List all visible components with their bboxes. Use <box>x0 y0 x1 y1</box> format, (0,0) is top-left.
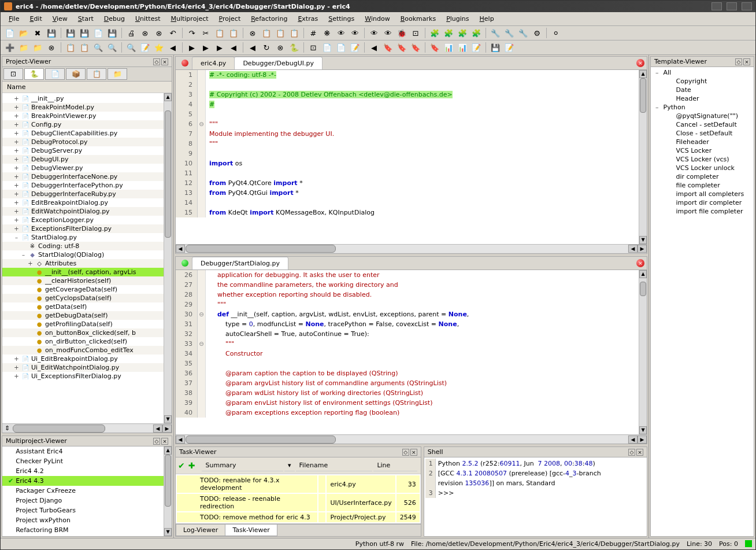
panel-menu-icon[interactable]: ◇ <box>402 449 409 456</box>
toolbar-button[interactable]: ↷ <box>186 27 198 39</box>
toolbar-button[interactable]: 📋 <box>275 27 286 39</box>
template-item[interactable]: @pyqtSignature("") <box>652 112 753 120</box>
project-tree-hscroll[interactable]: ⇕ ◀▶ <box>2 423 172 433</box>
toolbar-button[interactable]: ⊗ <box>46 42 57 53</box>
toolbar-button[interactable]: ▶ <box>214 42 225 53</box>
template-item[interactable]: Cancel - setDefault <box>652 120 753 129</box>
toolbar-button[interactable]: ⚪ <box>550 27 562 39</box>
template-item[interactable]: import file completer <box>652 207 753 216</box>
multiproject-item[interactable]: ✔Packager CxFreeze <box>2 486 164 496</box>
toolbar-button[interactable]: 🔧 <box>490 27 501 39</box>
toolbar-button[interactable]: 👁 <box>382 27 394 39</box>
minimize-button[interactable] <box>711 2 722 10</box>
maximize-button[interactable] <box>727 2 737 10</box>
toolbar-button[interactable]: ✖ <box>32 27 43 39</box>
tree-item[interactable]: +📄BreakPointViewer.py <box>2 112 164 120</box>
toolbar-button[interactable]: ⭐ <box>153 42 165 53</box>
template-item[interactable]: file completer <box>652 181 753 190</box>
toolbar-button[interactable]: ⊗ <box>153 27 165 39</box>
tree-item[interactable]: +📄EditWatchpointDialog.py <box>2 207 164 216</box>
tree-item[interactable]: +📄DebuggerInterfaceRuby.py <box>2 190 164 198</box>
toolbar-button[interactable]: ▶ <box>186 42 198 53</box>
project-tree[interactable]: +📄__init__.py+📄BreakPointModel.py+📄Break… <box>2 93 164 423</box>
editor-tab[interactable]: eric4.py <box>192 57 235 69</box>
toolbar-button[interactable]: ◀ <box>247 42 258 53</box>
tree-item[interactable]: +📄Ui_EditBreakpointDialog.py <box>2 355 164 363</box>
col-filename[interactable]: Filename <box>296 460 373 471</box>
template-item[interactable]: – Python <box>652 103 753 112</box>
toolbar-button[interactable]: 📝 <box>139 42 151 53</box>
toolbar-button[interactable]: 🔖 <box>382 42 394 53</box>
toolbar-button[interactable]: 📊 <box>457 42 468 53</box>
toolbar-button[interactable]: 🔍 <box>125 42 137 53</box>
tree-item[interactable]: ●getDebugData(self) <box>2 311 164 320</box>
toolbar-button[interactable]: 📋 <box>261 27 272 39</box>
tree-item[interactable]: +📄DebugServer.py <box>2 146 164 155</box>
editor-close-icon[interactable]: × <box>636 59 644 67</box>
toolbar-button[interactable]: ⊡ <box>307 42 319 53</box>
multiproject-item[interactable]: ✔Project Django <box>2 496 164 505</box>
menu-refactoring[interactable]: Refactoring <box>246 13 292 24</box>
multiproject-scrollbar[interactable]: ▲ ▼ <box>164 446 172 536</box>
panel-close-icon[interactable]: × <box>743 58 750 65</box>
tree-item[interactable]: +📄DebugClientCapabilities.py <box>2 129 164 138</box>
pv-tab-misc[interactable]: ⊡ <box>3 68 23 80</box>
tree-item[interactable]: ●__clearHistories(self) <box>2 276 164 285</box>
toolbar-button[interactable]: 📄 <box>335 42 347 53</box>
template-tree[interactable]: – All Copyright Date Header– Python @pyq… <box>651 67 754 536</box>
editor1-hscroll[interactable]: ◀ ◀▶ <box>176 244 647 253</box>
panel-menu-icon[interactable]: ◇ <box>735 58 742 65</box>
menu-settings[interactable]: Settings <box>324 13 359 24</box>
tree-item[interactable]: ●getProfilingData(self) <box>2 320 164 328</box>
template-item[interactable]: Header <box>652 94 753 103</box>
pv-tab-translations[interactable]: 📋 <box>87 68 106 80</box>
toolbar-button[interactable]: 💾 <box>490 42 501 53</box>
multiproject-item[interactable]: ✔Project TurboGears <box>2 505 164 515</box>
tree-item[interactable]: +📄DebuggerInterfacePython.py <box>2 181 164 190</box>
menu-plugins[interactable]: Plugins <box>442 13 473 24</box>
tree-item[interactable]: ●on_modFuncCombo_editTex <box>2 346 164 355</box>
toolbar-button[interactable]: 🧩 <box>470 27 482 39</box>
toolbar-button[interactable]: ➕ <box>4 42 16 53</box>
multiproject-item[interactable]: ✔Refactoring BRM <box>2 525 164 535</box>
panel-menu-icon[interactable]: ◇ <box>153 438 160 445</box>
tree-item[interactable]: +📄DebugUI.py <box>2 155 164 164</box>
toolbar-button[interactable]: 📊 <box>443 42 454 53</box>
tree-item[interactable]: ●on_buttonBox_clicked(self, b <box>2 328 164 337</box>
multiproject-item[interactable]: ✔Checker PyLint <box>2 456 164 466</box>
toolbar-button[interactable]: ↶ <box>167 27 179 39</box>
toolbar-button[interactable]: 💾 <box>65 27 76 39</box>
toolbar-button[interactable]: 🐍 <box>288 42 300 53</box>
template-item[interactable]: VCS Locker (vcs) <box>652 155 753 164</box>
toolbar-button[interactable]: ⊗ <box>139 27 151 39</box>
toolbar-button[interactable]: 🐞 <box>396 27 407 39</box>
toolbar-button[interactable]: 🔖 <box>429 42 440 53</box>
multiproject-item[interactable]: ✔Project wxPython <box>2 515 164 525</box>
toolbar-button[interactable]: 📝 <box>349 42 361 53</box>
task-row[interactable]: TODO: release - reenable redirectionUI/U… <box>177 494 420 511</box>
editor2-hscroll[interactable]: ◀ ◀▶ <box>176 434 647 444</box>
toolbar-button[interactable]: 💾 <box>46 27 57 39</box>
toolbar-button[interactable]: ❋ <box>321 27 333 39</box>
menu-extras[interactable]: Extras <box>293 13 323 24</box>
tree-item[interactable]: +📄DebugProtocol.py <box>2 138 164 146</box>
toolbar-button[interactable]: ↻ <box>261 42 272 53</box>
toolbar-button[interactable]: 📋 <box>214 27 225 39</box>
toolbar-button[interactable]: 🧩 <box>457 27 468 39</box>
panel-close-icon[interactable]: × <box>161 438 168 445</box>
tree-item[interactable]: ●__init__(self, caption, argvLis <box>2 268 164 276</box>
panel-close-icon[interactable]: × <box>161 58 168 65</box>
close-button[interactable] <box>742 2 752 10</box>
toolbar-button[interactable]: ◀ <box>228 42 239 53</box>
menu-bookmarks[interactable]: Bookmarks <box>396 13 440 24</box>
tree-item[interactable]: +📄BreakPointModel.py <box>2 103 164 112</box>
toolbar-button[interactable]: ✂ <box>200 27 212 39</box>
pv-tab-sources[interactable]: 🐍 <box>24 68 44 80</box>
tree-column-header[interactable]: Name <box>2 82 172 93</box>
toolbar-button[interactable]: 🧩 <box>429 27 440 39</box>
col-line[interactable]: Line <box>373 460 417 471</box>
tree-item[interactable]: ※Coding: utf-8 <box>2 242 164 250</box>
tree-item[interactable]: –📄StartDialog.py <box>2 233 164 242</box>
toolbar-button[interactable]: 📄 <box>92 27 104 39</box>
toolbar-button[interactable]: 🔧 <box>503 27 515 39</box>
